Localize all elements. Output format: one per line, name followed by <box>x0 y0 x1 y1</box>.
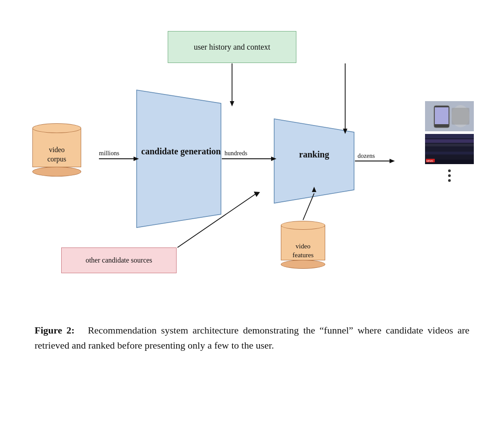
caption-body: Recommendation system architecture demon… <box>35 325 469 351</box>
figure-number: Figure 2: <box>35 325 75 336</box>
rank-to-output-arrowhead <box>390 159 395 163</box>
cylinder-top <box>32 123 81 133</box>
diagram-svg <box>17 12 461 305</box>
caption-area: Figure 2: Recommendation system architec… <box>17 314 487 353</box>
caption-text: Figure 2: Recommendation system architec… <box>35 323 469 353</box>
history-to-gen-arrowhead <box>230 101 234 106</box>
candidate-gen-shape <box>137 90 221 228</box>
page-container: user history and context videocorpus can… <box>17 12 487 412</box>
diagram-area: user history and context videocorpus can… <box>17 12 487 314</box>
vf-cylinder-top <box>281 221 325 230</box>
